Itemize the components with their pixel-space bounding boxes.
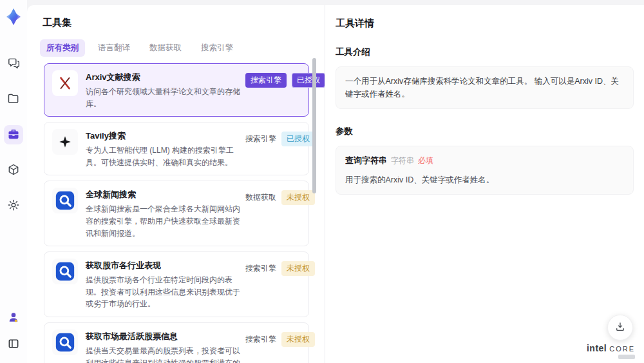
- page-title: 工具集: [43, 17, 325, 29]
- app-sidebar: [0, 0, 27, 363]
- tool-list-pane: 工具集 所有类别语言翻译数据获取搜索引擎 Arxiv文献搜索 访问各个研究领域大…: [27, 5, 325, 363]
- category-badge: 搜索引擎: [245, 261, 276, 276]
- auth-status-badge: 已授权: [292, 73, 325, 88]
- param-description: 用于搜索的Arxiv ID、关键字或作者姓名。: [345, 173, 624, 186]
- download-icon: [614, 321, 626, 335]
- list-scrollbar[interactable]: [312, 58, 316, 193]
- detail-title: 工具详情: [336, 17, 634, 30]
- auth-status-badge: 未授权: [281, 332, 315, 347]
- param-name: 查询字符串: [345, 154, 387, 168]
- params-heading: 参数: [336, 126, 634, 137]
- category-badge: 搜索引擎: [245, 132, 276, 146]
- collapse-panel-icon: [7, 337, 20, 352]
- collapse-sidebar-button[interactable]: [4, 335, 23, 354]
- user-avatar-icon: [7, 311, 20, 326]
- auth-status-badge: 未授权: [281, 190, 315, 205]
- param-required-badge: 必填: [418, 155, 433, 167]
- cube-icon: [7, 163, 20, 178]
- tool-description: 提供股票市场各个行业在特定时间段内的表现。投资者可以利用这些信息来识别表现优于或…: [86, 274, 245, 310]
- stock-app-icon: [52, 329, 78, 355]
- main-surface: 工具集 所有类别语言翻译数据获取搜索引擎 Arxiv文献搜索 访问各个研究领域大…: [27, 5, 644, 363]
- param-box: 查询字符串 字符串 必填 用于搜索的Arxiv ID、关键字或作者姓名。: [336, 146, 634, 195]
- news-app-icon: [52, 188, 78, 213]
- tool-detail-pane: 工具详情 工具介绍 一个用于从Arxiv存储库搜索科学论文和文章的工具。 输入可…: [325, 5, 644, 363]
- tool-card[interactable]: 全球新闻搜索 全球新闻搜索是一个聚合全球各大新闻网站内容的搜索引擎，帮助用户快速…: [44, 181, 309, 246]
- sidebar-item-files[interactable]: [4, 90, 23, 109]
- settings-gear-icon: [7, 199, 20, 213]
- intro-box: 一个用于从Arxiv存储库搜索科学论文和文章的工具。 输入可以是Arxiv ID…: [336, 66, 634, 109]
- tool-description: 全球新闻搜索是一个聚合全球各大新闻网站内容的搜索引擎，帮助用户快速获取全球最新资…: [86, 203, 245, 239]
- tool-name: 全球新闻搜索: [86, 189, 245, 201]
- intro-heading: 工具介绍: [336, 46, 634, 58]
- tool-name: Arxiv文献搜索: [86, 72, 245, 83]
- tool-card[interactable]: Tavily搜索 专为人工智能代理 (LLM) 构建的搜索引擎工具。可快速提供实…: [44, 122, 309, 175]
- app-logo-icon: [5, 8, 22, 26]
- sidebar-item-models[interactable]: [4, 161, 23, 180]
- auth-status-badge: 未授权: [281, 261, 315, 276]
- sidebar-nav: [4, 54, 23, 215]
- chat-icon: [7, 57, 20, 72]
- tool-card-list: Arxiv文献搜索 访问各个研究领域大量科学论文和文章的存储库。 搜索引擎 已授…: [44, 63, 309, 363]
- sidebar-item-chat[interactable]: [4, 54, 23, 74]
- tool-name: 获取股市各行业表现: [86, 260, 245, 271]
- intel-core-logo: intel CORE: [587, 343, 635, 359]
- tab-category-1[interactable]: 语言翻译: [91, 39, 137, 57]
- stock-app-icon: [52, 259, 78, 284]
- tool-card[interactable]: 获取股市各行业表现 提供股票市场各个行业在特定时间段内的表现。投资者可以利用这些…: [44, 251, 309, 317]
- tab-category-0[interactable]: 所有类别: [40, 39, 85, 57]
- briefcase-icon: [7, 128, 20, 142]
- category-tabs: 所有类别语言翻译数据获取搜索引擎: [40, 39, 325, 57]
- sidebar-item-settings[interactable]: [4, 196, 23, 215]
- category-badge: 数据获取: [245, 190, 276, 205]
- user-profile-button[interactable]: [4, 308, 23, 328]
- tool-card[interactable]: Arxiv文献搜索 访问各个研究领域大量科学论文和文章的存储库。 搜索引擎 已授…: [44, 63, 309, 117]
- sidebar-item-toolbox[interactable]: [4, 125, 23, 144]
- intel-product-text: CORE: [609, 345, 635, 353]
- tool-name: 获取市场最活跃股票信息: [86, 331, 245, 342]
- tool-card[interactable]: 获取市场最活跃股票信息 提供当天交易量最高的股票列表，投资者可以利用这些信息来识…: [44, 322, 309, 363]
- category-badge: 搜索引擎: [245, 332, 276, 347]
- param-type: 字符串: [391, 155, 414, 167]
- tool-name: Tavily搜索: [86, 130, 245, 142]
- intro-text: 一个用于从Arxiv存储库搜索科学论文和文章的工具。 输入可以是Arxiv ID…: [345, 77, 619, 99]
- tavily-star-icon: [52, 129, 78, 155]
- intel-chip-mark: [618, 355, 635, 359]
- tool-description: 访问各个研究领域大量科学论文和文章的存储库。: [86, 86, 245, 110]
- param-header: 查询字符串 字符串 必填: [345, 154, 624, 168]
- tool-description: 专为人工智能代理 (LLM) 构建的搜索引擎工具。可快速提供实时、准确和真实的结…: [86, 144, 245, 168]
- arxiv-logo-icon: [52, 70, 78, 96]
- tab-category-3[interactable]: 搜索引擎: [194, 39, 240, 57]
- intel-brand-text: intel: [587, 343, 607, 353]
- category-badge: 搜索引擎: [245, 73, 287, 88]
- folder-icon: [7, 92, 20, 107]
- tool-description: 提供当天交易量最高的股票列表，投资者可以利用这些信息来识别流动性强的股票和潜在的…: [86, 345, 245, 363]
- tab-category-2[interactable]: 数据获取: [143, 39, 188, 57]
- download-button[interactable]: [607, 315, 633, 340]
- auth-status-badge: 已授权: [281, 132, 315, 146]
